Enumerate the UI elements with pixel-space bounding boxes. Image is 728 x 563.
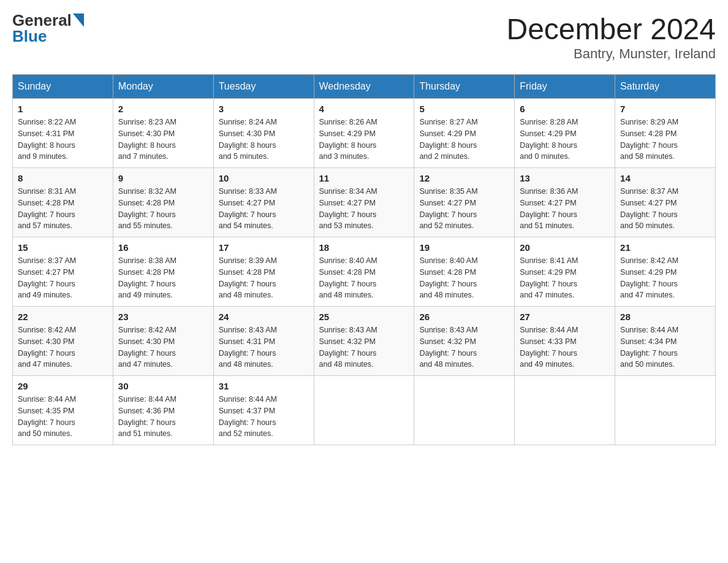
day-info: Sunrise: 8:42 AM Sunset: 4:30 PM Dayligh… (118, 324, 208, 370)
calendar-header-row: Sunday Monday Tuesday Wednesday Thursday… (13, 75, 716, 99)
calendar-cell: 24 Sunrise: 8:43 AM Sunset: 4:31 PM Dayl… (213, 307, 314, 376)
day-number: 20 (520, 242, 610, 253)
week-row-1: 1 Sunrise: 8:22 AM Sunset: 4:31 PM Dayli… (13, 99, 716, 168)
logo-arrow-icon (73, 13, 84, 27)
col-thursday: Thursday (414, 75, 515, 99)
day-number: 14 (620, 173, 710, 183)
day-number: 10 (219, 173, 309, 183)
calendar-cell: 1 Sunrise: 8:22 AM Sunset: 4:31 PM Dayli… (13, 99, 113, 168)
calendar-cell: 3 Sunrise: 8:24 AM Sunset: 4:30 PM Dayli… (213, 99, 314, 168)
day-number: 11 (319, 173, 409, 183)
day-info: Sunrise: 8:24 AM Sunset: 4:30 PM Dayligh… (219, 117, 309, 163)
week-row-2: 8 Sunrise: 8:31 AM Sunset: 4:28 PM Dayli… (13, 168, 716, 237)
col-sunday: Sunday (13, 75, 113, 99)
day-info: Sunrise: 8:44 AM Sunset: 4:37 PM Dayligh… (219, 394, 309, 440)
day-info: Sunrise: 8:27 AM Sunset: 4:29 PM Dayligh… (419, 117, 509, 163)
col-saturday: Saturday (615, 75, 716, 99)
day-number: 30 (118, 381, 208, 391)
day-number: 4 (319, 104, 409, 114)
day-info: Sunrise: 8:35 AM Sunset: 4:27 PM Dayligh… (419, 186, 509, 232)
day-info: Sunrise: 8:33 AM Sunset: 4:27 PM Dayligh… (219, 186, 309, 232)
day-info: Sunrise: 8:44 AM Sunset: 4:33 PM Dayligh… (520, 324, 610, 370)
calendar-cell: 9 Sunrise: 8:32 AM Sunset: 4:28 PM Dayli… (113, 168, 213, 237)
logo-blue-text: Blue (12, 27, 84, 46)
day-number: 15 (18, 242, 108, 253)
week-row-3: 15 Sunrise: 8:37 AM Sunset: 4:27 PM Dayl… (13, 237, 716, 307)
calendar-cell: 30 Sunrise: 8:44 AM Sunset: 4:36 PM Dayl… (113, 376, 213, 445)
col-wednesday: Wednesday (314, 75, 414, 99)
calendar-cell: 8 Sunrise: 8:31 AM Sunset: 4:28 PM Dayli… (13, 168, 113, 237)
day-number: 29 (18, 381, 108, 391)
day-info: Sunrise: 8:37 AM Sunset: 4:27 PM Dayligh… (620, 186, 710, 232)
day-number: 27 (520, 312, 610, 322)
day-number: 19 (419, 242, 509, 253)
calendar-cell: 14 Sunrise: 8:37 AM Sunset: 4:27 PM Dayl… (615, 168, 716, 237)
calendar-cell: 5 Sunrise: 8:27 AM Sunset: 4:29 PM Dayli… (414, 99, 515, 168)
col-friday: Friday (515, 75, 615, 99)
day-info: Sunrise: 8:43 AM Sunset: 4:32 PM Dayligh… (319, 324, 409, 370)
title-section: December 2024 Bantry, Munster, Ireland (506, 12, 716, 62)
calendar-cell: 4 Sunrise: 8:26 AM Sunset: 4:29 PM Dayli… (314, 99, 414, 168)
col-tuesday: Tuesday (213, 75, 314, 99)
calendar-cell: 23 Sunrise: 8:42 AM Sunset: 4:30 PM Dayl… (113, 307, 213, 376)
day-number: 6 (520, 104, 610, 114)
calendar-cell (615, 376, 716, 445)
day-info: Sunrise: 8:39 AM Sunset: 4:28 PM Dayligh… (219, 255, 309, 301)
day-info: Sunrise: 8:29 AM Sunset: 4:28 PM Dayligh… (620, 117, 710, 163)
day-info: Sunrise: 8:42 AM Sunset: 4:29 PM Dayligh… (620, 255, 710, 301)
calendar-cell: 22 Sunrise: 8:42 AM Sunset: 4:30 PM Dayl… (13, 307, 113, 376)
svg-marker-0 (73, 13, 84, 27)
calendar-table: Sunday Monday Tuesday Wednesday Thursday… (12, 74, 716, 445)
calendar-cell: 28 Sunrise: 8:44 AM Sunset: 4:34 PM Dayl… (615, 307, 716, 376)
day-number: 9 (118, 173, 208, 183)
day-number: 12 (419, 173, 509, 183)
calendar-cell: 10 Sunrise: 8:33 AM Sunset: 4:27 PM Dayl… (213, 168, 314, 237)
day-info: Sunrise: 8:43 AM Sunset: 4:32 PM Dayligh… (419, 324, 509, 370)
calendar-cell: 13 Sunrise: 8:36 AM Sunset: 4:27 PM Dayl… (515, 168, 615, 237)
calendar-cell (314, 376, 414, 445)
day-info: Sunrise: 8:40 AM Sunset: 4:28 PM Dayligh… (319, 255, 409, 301)
calendar-cell: 15 Sunrise: 8:37 AM Sunset: 4:27 PM Dayl… (13, 237, 113, 307)
day-number: 2 (118, 104, 208, 114)
day-number: 3 (219, 104, 309, 114)
calendar-cell: 2 Sunrise: 8:23 AM Sunset: 4:30 PM Dayli… (113, 99, 213, 168)
week-row-5: 29 Sunrise: 8:44 AM Sunset: 4:35 PM Dayl… (13, 376, 716, 445)
day-info: Sunrise: 8:23 AM Sunset: 4:30 PM Dayligh… (118, 117, 208, 163)
calendar-cell: 17 Sunrise: 8:39 AM Sunset: 4:28 PM Dayl… (213, 237, 314, 307)
calendar-cell: 16 Sunrise: 8:38 AM Sunset: 4:28 PM Dayl… (113, 237, 213, 307)
day-number: 26 (419, 312, 509, 322)
week-row-4: 22 Sunrise: 8:42 AM Sunset: 4:30 PM Dayl… (13, 307, 716, 376)
day-number: 5 (419, 104, 509, 114)
day-info: Sunrise: 8:28 AM Sunset: 4:29 PM Dayligh… (520, 117, 610, 163)
calendar-cell: 20 Sunrise: 8:41 AM Sunset: 4:29 PM Dayl… (515, 237, 615, 307)
day-info: Sunrise: 8:34 AM Sunset: 4:27 PM Dayligh… (319, 186, 409, 232)
day-number: 22 (18, 312, 108, 322)
day-number: 24 (219, 312, 309, 322)
calendar-cell: 25 Sunrise: 8:43 AM Sunset: 4:32 PM Dayl… (314, 307, 414, 376)
calendar-cell: 11 Sunrise: 8:34 AM Sunset: 4:27 PM Dayl… (314, 168, 414, 237)
calendar-cell (515, 376, 615, 445)
calendar-cell: 29 Sunrise: 8:44 AM Sunset: 4:35 PM Dayl… (13, 376, 113, 445)
calendar-cell: 27 Sunrise: 8:44 AM Sunset: 4:33 PM Dayl… (515, 307, 615, 376)
calendar-cell: 6 Sunrise: 8:28 AM Sunset: 4:29 PM Dayli… (515, 99, 615, 168)
logo-general-text: General (12, 12, 72, 28)
calendar-cell: 7 Sunrise: 8:29 AM Sunset: 4:28 PM Dayli… (615, 99, 716, 168)
calendar-cell: 31 Sunrise: 8:44 AM Sunset: 4:37 PM Dayl… (213, 376, 314, 445)
calendar-cell: 26 Sunrise: 8:43 AM Sunset: 4:32 PM Dayl… (414, 307, 515, 376)
day-number: 13 (520, 173, 610, 183)
day-number: 23 (118, 312, 208, 322)
day-info: Sunrise: 8:32 AM Sunset: 4:28 PM Dayligh… (118, 186, 208, 232)
location-text: Bantry, Munster, Ireland (506, 46, 716, 62)
day-number: 31 (219, 381, 309, 391)
day-info: Sunrise: 8:31 AM Sunset: 4:28 PM Dayligh… (18, 186, 108, 232)
day-info: Sunrise: 8:44 AM Sunset: 4:35 PM Dayligh… (18, 394, 108, 440)
page-header: General Blue December 2024 Bantry, Munst… (12, 12, 716, 62)
calendar-cell: 19 Sunrise: 8:40 AM Sunset: 4:28 PM Dayl… (414, 237, 515, 307)
day-info: Sunrise: 8:36 AM Sunset: 4:27 PM Dayligh… (520, 186, 610, 232)
day-info: Sunrise: 8:43 AM Sunset: 4:31 PM Dayligh… (219, 324, 309, 370)
day-number: 7 (620, 104, 710, 114)
day-info: Sunrise: 8:26 AM Sunset: 4:29 PM Dayligh… (319, 117, 409, 163)
day-number: 28 (620, 312, 710, 322)
day-number: 16 (118, 242, 208, 253)
month-title: December 2024 (506, 12, 716, 46)
